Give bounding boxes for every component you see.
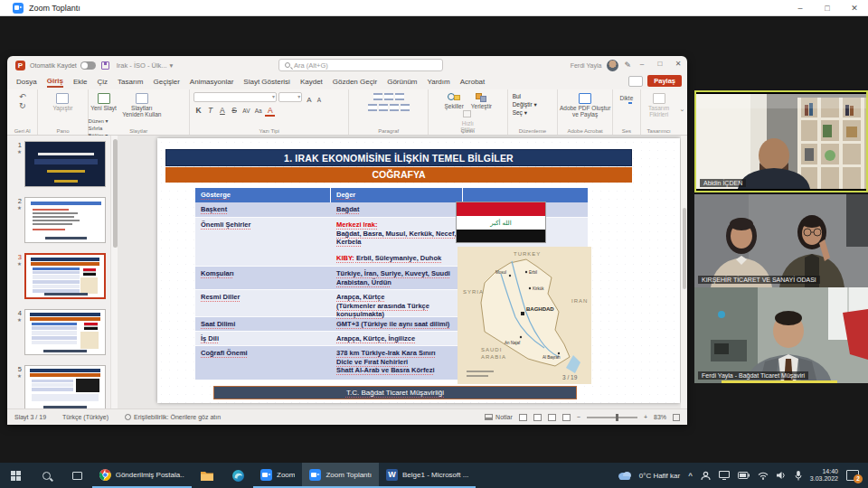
tab-giris[interactable]: Giriş xyxy=(47,77,63,88)
dictate-button[interactable]: Dikte xyxy=(613,92,640,101)
tab-slayt-gosterisi[interactable]: Slayt Gösterisi xyxy=(243,78,290,86)
reading-view-icon[interactable] xyxy=(548,414,556,421)
strikethrough-button[interactable]: S xyxy=(230,106,240,115)
design-ideas-button[interactable]: Tasarım Fikirleri xyxy=(641,92,677,117)
avatar[interactable] xyxy=(607,60,618,71)
share-button[interactable]: Paylaş xyxy=(647,75,682,87)
slideshow-view-icon[interactable] xyxy=(562,414,571,421)
thumbnail-scrollbar[interactable] xyxy=(110,136,118,408)
status-slide-count[interactable]: Slayt 3 / 19 xyxy=(14,414,46,420)
search-input[interactable]: Ara (Alt+G) xyxy=(278,59,443,71)
comments-icon[interactable] xyxy=(628,76,643,87)
redo-icon[interactable]: ↻ xyxy=(19,101,26,110)
save-icon[interactable] xyxy=(101,61,109,70)
microphone-tray-icon[interactable] xyxy=(795,471,802,481)
shapes-button[interactable]: Şekiller xyxy=(441,92,467,109)
grow-font-button[interactable]: A xyxy=(304,96,314,104)
taskbar-zoom-meeting-window-active[interactable]: Zoom Toplantı xyxy=(302,463,379,488)
thumbnail-5[interactable]: 5★ xyxy=(11,365,110,408)
tab-kaydet[interactable]: Kaydet xyxy=(300,78,323,86)
find-button[interactable]: Bul xyxy=(513,92,558,100)
tab-animasyonlar[interactable]: Animasyonlar xyxy=(190,78,233,86)
reuse-slides-button[interactable]: Slaytları Yeniden Kullan xyxy=(121,92,163,117)
adobe-pdf-button[interactable]: Adobe PDF Oluştur ve Paylaş xyxy=(558,92,612,117)
font-size-dropdown[interactable] xyxy=(278,92,302,102)
account-name[interactable]: Ferdi Yayla xyxy=(571,62,602,69)
maximize-button[interactable]: □ xyxy=(814,0,841,16)
ribbon-collapse-icon[interactable]: ⌄ xyxy=(677,89,687,135)
align-center-icon[interactable] xyxy=(379,104,388,111)
ppt-restore-button[interactable]: □ xyxy=(651,56,669,72)
battery-icon[interactable] xyxy=(738,472,750,479)
taskbar-chrome-window[interactable]: Gönderilmiş Postala... xyxy=(92,463,192,488)
new-slide-button[interactable]: Yeni Slayt xyxy=(89,92,119,111)
start-button[interactable] xyxy=(0,463,31,488)
bullets-icon[interactable] xyxy=(373,93,382,100)
taskbar-clock[interactable]: 14:40 3.03.2022 xyxy=(810,468,838,483)
thumbnail-2[interactable]: 2★ xyxy=(11,197,110,243)
tab-ciz[interactable]: Çiz xyxy=(97,78,108,86)
participant-video-2[interactable]: KIRŞEHİR TİCARET VE SANAYİ ODASI xyxy=(694,194,868,287)
bold-button[interactable]: K xyxy=(193,106,203,115)
tab-tasarim[interactable]: Tasarım xyxy=(118,78,143,86)
task-view-button[interactable] xyxy=(61,463,92,488)
zoom-percent[interactable]: 83% xyxy=(654,414,666,420)
taskbar-search-button[interactable] xyxy=(31,463,61,488)
numbering-icon[interactable] xyxy=(384,93,393,100)
shrink-font-button[interactable]: A xyxy=(314,97,324,103)
arrange-button[interactable]: Yerleştir xyxy=(468,92,494,109)
file-name[interactable]: Irak - İSO - Ülk... xyxy=(117,61,167,70)
font-family-dropdown[interactable] xyxy=(193,92,277,102)
select-button[interactable]: Seç ▾ xyxy=(513,108,558,117)
autosave-toggle[interactable] xyxy=(80,61,96,70)
font-color-button[interactable]: A xyxy=(265,106,275,117)
undo-icon[interactable]: ↶ xyxy=(19,92,26,101)
indent-icon[interactable] xyxy=(395,93,404,100)
file-caret-icon[interactable]: ▾ xyxy=(170,61,174,70)
status-accessibility[interactable]: Erişilebilirlik: Önerilere göz atın xyxy=(134,414,221,420)
tab-dosya[interactable]: Dosya xyxy=(16,78,37,86)
taskbar-file-explorer[interactable] xyxy=(192,463,222,488)
weather-text[interactable]: 0°C Hafif kar xyxy=(639,472,680,480)
minimize-button[interactable]: – xyxy=(787,0,814,16)
zoom-in-button[interactable]: + xyxy=(644,414,647,420)
pen-mode-icon[interactable]: ✎ xyxy=(624,61,631,70)
taskbar-zoom-window[interactable]: Zoom xyxy=(253,463,302,488)
underline-button[interactable]: A xyxy=(217,106,227,115)
wifi-icon[interactable] xyxy=(758,472,769,480)
close-button[interactable]: ✕ xyxy=(841,0,868,16)
replace-button[interactable]: Değiştir ▾ xyxy=(513,100,558,108)
ppt-close-button[interactable]: ✕ xyxy=(669,56,687,72)
thumbnail-4[interactable]: 4★ xyxy=(11,309,110,355)
thumbnail-3-selected[interactable]: 3★ xyxy=(11,253,110,299)
taskbar-edge[interactable] xyxy=(222,463,253,488)
participant-video-1[interactable]: Abidin İÇDEN xyxy=(694,90,868,192)
teams-tray-icon[interactable] xyxy=(701,471,711,481)
status-language[interactable]: Türkçe (Türkiye) xyxy=(62,414,108,420)
italic-button[interactable]: T xyxy=(205,106,215,115)
participant-video-3[interactable]: Ferdi Yayla - Bağdat Ticaret Müşaviri xyxy=(694,287,868,383)
speaker-icon[interactable] xyxy=(777,471,787,480)
tab-gozden-gecir[interactable]: Gözden Geçir xyxy=(333,78,377,86)
align-right-icon[interactable] xyxy=(390,104,399,111)
normal-view-icon[interactable] xyxy=(519,414,527,421)
notification-center-icon[interactable]: 2 xyxy=(846,470,859,481)
zoom-slider[interactable] xyxy=(587,417,637,418)
tab-acrobat[interactable]: Acrobat xyxy=(460,78,486,86)
align-left-icon[interactable] xyxy=(368,104,377,111)
change-case-button[interactable]: Aa xyxy=(253,108,263,114)
tray-expand-icon[interactable]: ^ xyxy=(688,472,693,480)
notes-button[interactable]: Notlar xyxy=(495,414,513,420)
canvas-scrollbar[interactable] xyxy=(681,136,687,408)
slide-sorter-view-icon[interactable] xyxy=(533,414,542,421)
character-spacing-button[interactable]: AV xyxy=(241,108,251,114)
tab-ekle[interactable]: Ekle xyxy=(73,78,88,86)
tab-gecisler[interactable]: Geçişler xyxy=(154,78,180,86)
justify-icon[interactable] xyxy=(401,104,410,111)
tab-yardim[interactable]: Yardım xyxy=(428,78,450,86)
display-tray-icon[interactable] xyxy=(719,471,730,480)
thumbnail-1[interactable]: 1★ xyxy=(11,141,110,187)
fit-to-window-icon[interactable] xyxy=(673,414,680,421)
tab-gorunum[interactable]: Görünüm xyxy=(387,78,417,86)
taskbar-word-window[interactable]: W Belge1 - Microsoft ... xyxy=(379,463,476,488)
